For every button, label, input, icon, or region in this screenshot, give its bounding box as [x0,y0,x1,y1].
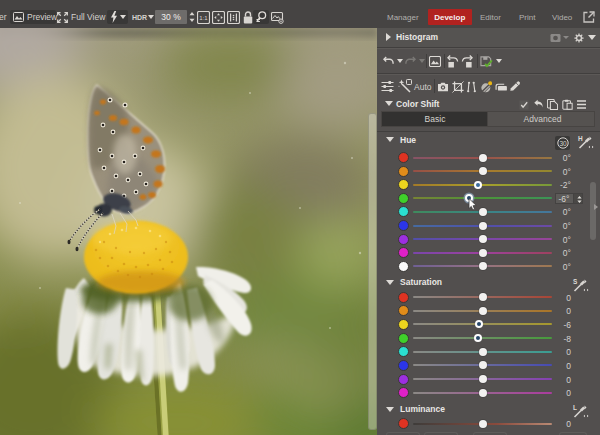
svg-text:30: 30 [559,139,567,146]
svg-text:1:1: 1:1 [199,15,208,21]
svg-text:H: H [578,135,583,142]
svg-text:S: S [573,278,578,285]
svg-text:L: L [573,404,577,411]
